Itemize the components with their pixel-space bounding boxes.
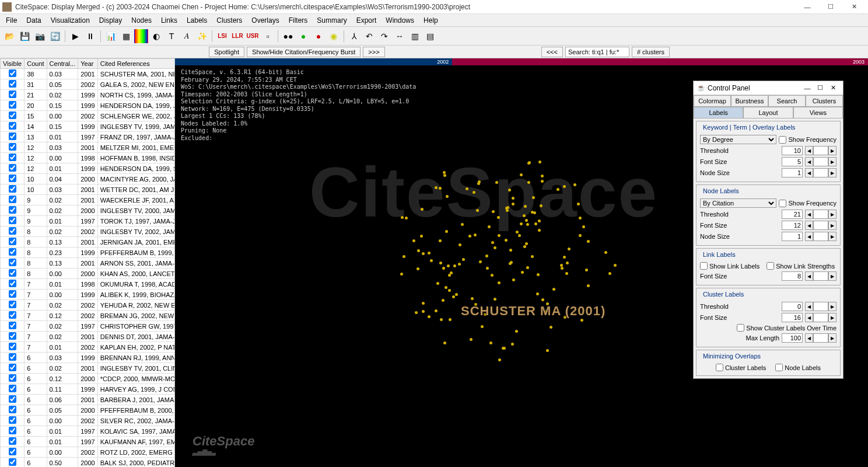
graph-node[interactable] (440, 318, 443, 321)
graph-node[interactable] (443, 171, 446, 174)
graph-node[interactable] (415, 311, 418, 314)
by-citation-select[interactable]: By Citation (700, 198, 776, 208)
visible-checkbox[interactable] (9, 322, 16, 329)
menu-export[interactable]: Export (352, 15, 382, 26)
table-row[interactable]: 60.002002ROTZ LD, 2002, EMERG I... (1, 447, 176, 458)
spotlight-button[interactable]: Spotlight (209, 47, 244, 57)
table-row[interactable]: 80.231999PFEFFERBAUM B, 1999, A... (1, 248, 176, 258)
node-red-icon[interactable]: ● (312, 29, 326, 43)
visible-checkbox[interactable] (9, 280, 16, 287)
menu-visualization[interactable]: Visualization (46, 15, 94, 26)
menu-summary[interactable]: Summary (312, 15, 351, 26)
graph-node[interactable] (491, 241, 494, 244)
table-row[interactable]: 90.022001WAECKERLE JF, 2001, A... (1, 195, 176, 205)
lk-font-input[interactable] (782, 271, 803, 281)
show-frequency-checkbox-2[interactable] (779, 200, 786, 207)
search-input[interactable] (565, 47, 629, 57)
table-row[interactable]: 130.011997FRANZ DR, 1997, JAMA-J... (1, 132, 176, 142)
graph-node[interactable] (428, 315, 430, 318)
nl-threshold-input[interactable] (782, 210, 803, 219)
graph-node[interactable] (443, 341, 446, 344)
graph-node[interactable] (466, 187, 468, 190)
visible-checkbox[interactable] (9, 185, 16, 193)
graph-node[interactable] (400, 273, 403, 276)
graph-node[interactable] (494, 298, 496, 301)
menu-help[interactable]: Help (419, 15, 443, 26)
table-row[interactable]: 70.122002BREMAN JG, 2002, NEW ... (1, 311, 176, 321)
pause-icon[interactable]: ⏸ (83, 29, 97, 43)
graph-node[interactable] (526, 266, 529, 269)
graph-node[interactable] (568, 248, 570, 250)
graph-node[interactable] (492, 210, 495, 213)
graph-node[interactable] (428, 252, 430, 255)
graph-node[interactable] (491, 274, 494, 277)
cp-close-icon[interactable]: ✕ (827, 84, 839, 92)
graph-node[interactable] (531, 255, 534, 258)
visible-checkbox[interactable] (9, 385, 16, 392)
kw-node-input[interactable] (782, 168, 803, 177)
cl-font-input[interactable] (782, 313, 803, 322)
graph-node[interactable] (556, 188, 559, 191)
graph-node[interactable] (508, 189, 511, 191)
menu-filters[interactable]: Filters (284, 15, 313, 26)
table-row[interactable]: 200.151999HENDERSON DA, 1999, J... (1, 100, 176, 111)
graph-node[interactable] (512, 278, 515, 281)
graph-node[interactable] (515, 330, 518, 333)
table-row[interactable]: 80.002000KHAN AS, 2000, LANCET,... (1, 269, 176, 279)
tab-clusters[interactable]: Clusters (806, 95, 843, 106)
graph-node[interactable] (421, 208, 424, 211)
graph-node[interactable] (402, 255, 405, 258)
table-row[interactable]: 70.001999ALIBEK K, 1999, BIOHAZA... (1, 290, 176, 300)
visible-checkbox[interactable] (9, 196, 16, 203)
tab-colormap[interactable]: Colormap (694, 95, 731, 106)
menu-nodes[interactable]: Nodes (127, 15, 156, 26)
table-row[interactable]: 100.032001WETTER DC, 2001, AM J ... (1, 184, 176, 195)
table-row[interactable]: 60.011997KAUFMANN AF, 1997, EM... (1, 437, 176, 447)
table-row[interactable]: 120.011999HENDERSON DA, 1999, S... (1, 163, 176, 174)
graph-node[interactable] (439, 187, 442, 190)
graph-node[interactable] (450, 271, 453, 274)
visible-checkbox[interactable] (9, 122, 16, 130)
graph-node[interactable] (447, 264, 450, 267)
table-row[interactable]: 60.062001BARBERA J, 2001, JAMA-J... (1, 395, 176, 405)
visible-checkbox[interactable] (9, 80, 16, 88)
table-row[interactable]: 380.032001SCHUSTER MA, 2001, NE... (1, 69, 176, 79)
table-row[interactable]: 60.022001INGLESBY TV, 2001, CLIN... (1, 363, 176, 374)
graph-node[interactable] (449, 318, 452, 321)
table-row[interactable]: 60.502000BALK SJ, 2000, PEDIATRI... (1, 458, 176, 468)
graph-node[interactable] (541, 175, 544, 177)
visible-checkbox[interactable] (9, 343, 16, 350)
graph-node[interactable] (523, 214, 526, 217)
visible-checkbox[interactable] (9, 395, 16, 403)
graph-node[interactable] (439, 262, 442, 264)
column-header[interactable]: Central... (47, 59, 78, 69)
graph-node[interactable] (510, 261, 513, 264)
column-header[interactable]: Cited References (97, 59, 175, 69)
visible-checkbox[interactable] (9, 248, 16, 256)
menu-windows[interactable]: Windows (381, 15, 419, 26)
graph-node[interactable] (509, 249, 512, 252)
save-icon[interactable]: 💾 (18, 29, 32, 43)
menu-clusters[interactable]: Clusters (212, 15, 247, 26)
menu-labels[interactable]: Labels (182, 15, 212, 26)
node-green-icon[interactable]: ● (296, 29, 310, 43)
graph-node[interactable] (422, 310, 425, 313)
graph-node[interactable] (461, 223, 464, 226)
gradient-icon[interactable] (134, 29, 148, 43)
visible-checkbox[interactable] (9, 406, 16, 413)
visible-checkbox[interactable] (9, 448, 16, 455)
graph-node[interactable] (520, 173, 523, 176)
table-row[interactable]: 60.011997KOLAVIC SA, 1997, JAMA-... (1, 426, 176, 437)
table-row[interactable]: 70.022001DENNIS DT, 2001, JAMA-J... (1, 332, 176, 342)
graph-node[interactable] (538, 219, 541, 222)
graph-node[interactable] (546, 349, 549, 352)
visible-checkbox[interactable] (9, 238, 16, 245)
graph-node[interactable] (435, 186, 438, 189)
table-row[interactable]: 60.002002SILVER RC, 2002, JAMA-J... (1, 416, 176, 426)
graph-node[interactable] (422, 252, 425, 255)
maximize-button[interactable]: ☐ (819, 1, 842, 13)
visible-checkbox[interactable] (9, 374, 16, 382)
graph-node[interactable] (534, 222, 537, 225)
graph-node[interactable] (470, 338, 473, 341)
graph-node[interactable] (462, 258, 465, 261)
